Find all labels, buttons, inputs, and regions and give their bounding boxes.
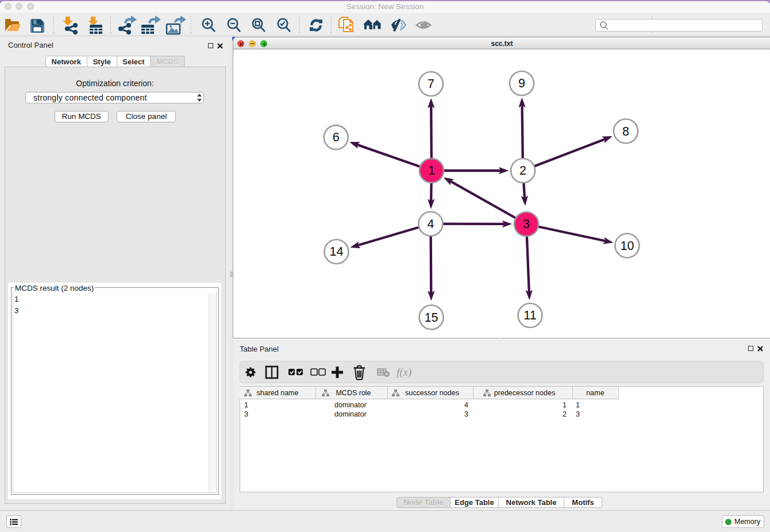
svg-text:4: 4 <box>428 217 434 231</box>
svg-text:dominator: dominator <box>334 410 367 418</box>
svg-text:14: 14 <box>330 245 344 259</box>
svg-text:2: 2 <box>563 410 567 418</box>
svg-text:3: 3 <box>576 410 580 418</box>
svg-text:3: 3 <box>523 217 530 231</box>
svg-text:11: 11 <box>523 309 536 322</box>
svg-text:8: 8 <box>622 125 629 138</box>
svg-text:3: 3 <box>464 410 468 418</box>
svg-text:dominator: dominator <box>334 401 367 409</box>
svg-text:name: name <box>586 389 604 397</box>
svg-text:f(x): f(x) <box>396 366 411 379</box>
svg-text:9: 9 <box>518 76 525 90</box>
svg-text:1: 1 <box>563 401 567 409</box>
svg-text:predecessor nodes: predecessor nodes <box>494 389 555 397</box>
svg-text:4: 4 <box>464 401 468 409</box>
svg-text:1: 1 <box>428 164 435 178</box>
svg-text:6: 6 <box>333 130 340 144</box>
svg-text:7: 7 <box>428 77 434 91</box>
svg-text:3: 3 <box>244 410 248 418</box>
svg-text:1: 1 <box>576 401 580 409</box>
svg-text:MCDS role: MCDS role <box>336 389 371 397</box>
svg-text:shared name: shared name <box>257 389 299 397</box>
svg-text:15: 15 <box>425 311 438 325</box>
svg-text:successor nodes: successor nodes <box>405 389 459 397</box>
svg-text:2: 2 <box>519 164 526 178</box>
svg-text:10: 10 <box>620 239 634 253</box>
svg-text:1: 1 <box>244 401 248 409</box>
